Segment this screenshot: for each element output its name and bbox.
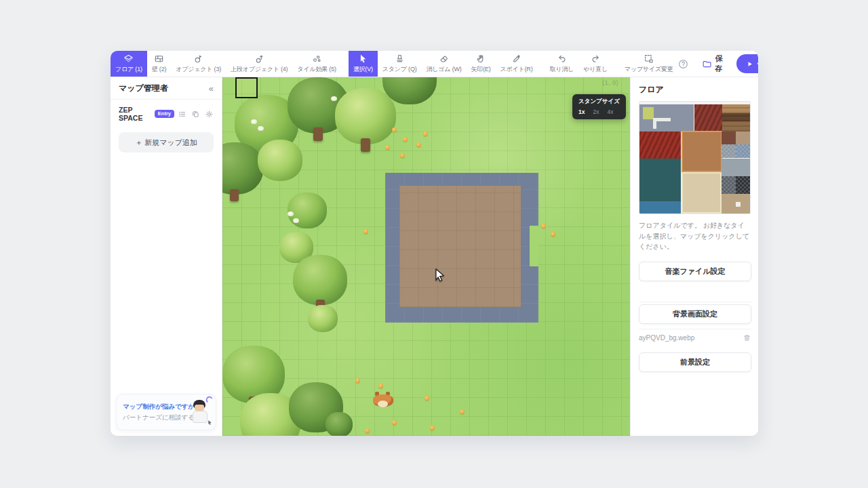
tool-label: 壁 (2) — [152, 65, 167, 74]
tool-upper-object[interactable]: 上段オブジェクト (4) — [226, 51, 292, 77]
palette-tile[interactable] — [722, 104, 750, 113]
palette-tile[interactable] — [694, 104, 722, 131]
toolbar-right: 保存 保存しプレイ — [678, 51, 758, 77]
copy-icon[interactable] — [191, 110, 200, 119]
tool-redo[interactable]: やり直し — [578, 51, 612, 77]
tool-label: タイル効果 (5) — [297, 65, 336, 74]
tool-undo[interactable]: 取り消し — [545, 51, 578, 77]
sidebar-header: マップ管理者 « — [111, 77, 222, 100]
tool-select[interactable]: 選択(V) — [349, 51, 378, 77]
tool-hand[interactable]: 矢印(E) — [467, 51, 496, 77]
tile-palette[interactable] — [639, 101, 751, 214]
tree-trunk — [230, 189, 239, 201]
flower — [392, 420, 397, 425]
palette-tile[interactable] — [639, 201, 681, 214]
gear-icon[interactable] — [205, 110, 214, 119]
flower — [363, 229, 368, 234]
tree — [335, 88, 396, 144]
help-button[interactable] — [678, 59, 688, 69]
palette-tile[interactable] — [722, 131, 736, 144]
stamp-size-4x[interactable]: 4x — [607, 108, 613, 115]
tool-stamp[interactable]: スタンプ (Q) — [378, 51, 422, 77]
palette-tile[interactable] — [722, 121, 750, 131]
divider — [639, 302, 751, 302]
flower — [385, 145, 390, 150]
palette-tile[interactable] — [736, 144, 750, 158]
palette-tile[interactable] — [736, 202, 741, 207]
editor-window: フロア (1)壁 (2)オブジェクト (3)上段オブジェクト (4)タイル効果 … — [111, 51, 758, 436]
foreground-button[interactable]: 前景設定 — [639, 352, 751, 372]
palette-tile[interactable] — [682, 131, 722, 172]
flower — [425, 396, 429, 401]
tree — [258, 140, 302, 181]
palette-tile[interactable] — [682, 172, 722, 214]
tool-label: フロア (1) — [115, 65, 142, 74]
eyedropper-icon — [511, 54, 521, 64]
avatar — [189, 400, 210, 424]
space-row[interactable]: ZEP SPACE Entry — [111, 100, 222, 127]
background-image-button[interactable]: 背景画面設定 — [639, 304, 751, 324]
promo-texts: マップ制作が悩みですか？ パートナーズに相談する — [123, 403, 185, 422]
tool-tile-effect[interactable]: タイル効果 (5) — [292, 51, 340, 77]
tool-label: マップサイズ変更 — [625, 65, 673, 74]
palette-tile[interactable] — [736, 176, 750, 194]
trash-icon[interactable] — [743, 333, 751, 342]
tile-cursor — [235, 77, 258, 98]
undo-icon — [557, 54, 567, 64]
stamp-size-2x[interactable]: 2x — [593, 108, 599, 115]
wall-icon — [154, 54, 164, 64]
partner-promo-card[interactable]: マップ制作が悩みですか？ パートナーズに相談する — [116, 394, 216, 430]
tree — [288, 192, 327, 228]
tool-label: 取り消し — [549, 65, 574, 74]
tool-label: オブジェクト (3) — [176, 65, 221, 74]
partner-logo-icon — [205, 395, 214, 404]
collapse-sidebar-icon[interactable]: « — [209, 83, 214, 94]
tool-object[interactable]: オブジェクト (3) — [171, 51, 226, 77]
tool-label: 上段オブジェクト (4) — [231, 65, 288, 74]
stamp-icon — [395, 54, 405, 64]
list-icon[interactable] — [178, 110, 186, 119]
tool-label: スタンプ (Q) — [382, 65, 417, 74]
white-flower — [293, 218, 299, 223]
resize-icon — [644, 54, 654, 64]
background-file-name: ayPQVD_bg.webp — [639, 334, 694, 342]
white-flower — [258, 126, 264, 131]
hand-icon — [476, 54, 486, 64]
flower — [392, 127, 397, 132]
palette-tile[interactable] — [722, 144, 736, 158]
tool-wall[interactable]: 壁 (2) — [147, 51, 172, 77]
palette-tile[interactable] — [736, 131, 750, 144]
tool-label: 選択(V) — [353, 65, 373, 74]
flower — [460, 409, 465, 414]
toolbar: フロア (1)壁 (2)オブジェクト (3)上段オブジェクト (4)タイル効果 … — [111, 51, 758, 77]
white-flower — [331, 96, 337, 101]
space-plan-badge: Entry — [155, 110, 174, 118]
main-area: マップ管理者 « ZEP SPACE Entry ＋ 新規マップ追加 マップ制作… — [111, 77, 758, 436]
white-flower — [288, 211, 294, 216]
palette-tile[interactable] — [653, 118, 656, 129]
flower — [423, 131, 428, 136]
tool-eraser[interactable]: 消しゴム (W) — [422, 51, 467, 77]
floor-caption: フロアタイルです。 お好きなタイルを選択し、マップをクリックしてください。 — [639, 220, 751, 252]
tool-eyedropper[interactable]: スポイト(R) — [496, 51, 538, 77]
palette-tile[interactable] — [722, 113, 750, 121]
promo-link[interactable]: パートナーズに相談する — [123, 413, 185, 422]
palette-tile[interactable] — [643, 107, 654, 119]
palette-tile[interactable] — [722, 159, 750, 176]
tool-resize[interactable]: マップサイズ変更 — [620, 51, 678, 77]
space-name: ZEP SPACE — [119, 106, 151, 122]
save-and-play-button[interactable]: 保存しプレイ — [736, 54, 758, 73]
save-button[interactable]: 保存 — [698, 53, 727, 75]
map-canvas[interactable]: (1, 0) スタンプサイズ 1x2x4x — [222, 77, 630, 436]
palette-tile[interactable] — [639, 159, 681, 201]
palette-tile[interactable] — [639, 131, 681, 159]
tool-label: 矢印(E) — [471, 65, 491, 74]
flower — [365, 428, 370, 433]
music-file-button[interactable]: 音楽ファイル設定 — [639, 262, 751, 281]
flower — [403, 137, 408, 142]
tool-floor[interactable]: フロア (1) — [111, 51, 147, 77]
palette-tile[interactable] — [722, 176, 736, 194]
add-map-button[interactable]: ＋ 新規マップ追加 — [119, 132, 214, 152]
stamp-size-1x[interactable]: 1x — [578, 108, 585, 115]
tree-trunk — [361, 138, 370, 152]
